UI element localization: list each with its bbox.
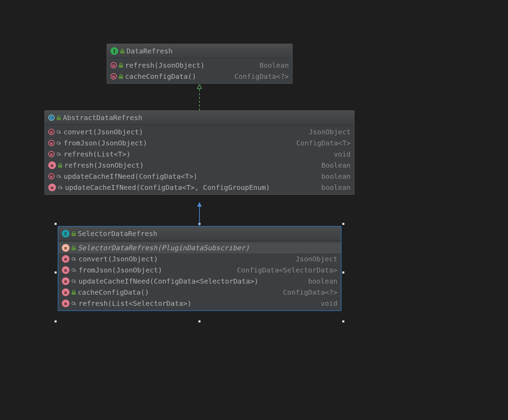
method-icon: m xyxy=(62,300,69,307)
lock-icon xyxy=(57,115,61,120)
resize-handle[interactable] xyxy=(342,223,344,225)
key-icon xyxy=(72,301,76,306)
member-row[interactable]: mrefresh(JsonObject)Boolean xyxy=(45,160,354,171)
member-row[interactable]: mfromJson(JsonObject)ConfigData<Selector… xyxy=(58,264,341,276)
member-row[interactable]: mfromJson(JsonObject)ConfigData<T> xyxy=(45,137,354,149)
key-icon xyxy=(72,257,76,261)
method-icon: m xyxy=(48,151,55,157)
class-box-interface[interactable]: I DataRefresh mrefresh(JsonObject)Boolea… xyxy=(107,44,293,84)
member-return-type: ConfigData<T> xyxy=(296,139,351,147)
lock-icon xyxy=(120,49,124,53)
member-return-type: ConfigData<?> xyxy=(234,72,289,81)
lock-icon xyxy=(72,290,76,295)
class-body: mrefresh(JsonObject)BooleanmcacheConfigD… xyxy=(107,58,292,83)
member-signature: refresh(JsonObject) xyxy=(125,61,251,69)
class-body: mSelectorDataRefresh(PluginDataSubscribe… xyxy=(58,241,341,310)
member-signature: updateCacheIfNeed(ConfigData<T>, ConfigG… xyxy=(65,183,312,192)
key-icon xyxy=(72,268,76,272)
resize-handle[interactable] xyxy=(55,320,57,322)
lock-icon xyxy=(72,245,76,250)
member-row[interactable]: mrefresh(List<SelectorData>)void xyxy=(58,298,341,309)
method-icon: m xyxy=(48,184,56,191)
member-row[interactable]: mSelectorDataRefresh(PluginDataSubscribe… xyxy=(58,242,341,253)
member-return-type: boolean xyxy=(321,183,351,192)
member-signature: cacheConfigData() xyxy=(78,288,274,296)
member-row[interactable]: mcacheConfigData()ConfigData<?> xyxy=(58,287,341,298)
member-row[interactable]: mrefresh(List<T>)void xyxy=(45,149,354,160)
member-signature: refresh(List<SelectorData>) xyxy=(79,299,312,308)
member-row[interactable]: mupdateCacheIfNeed(ConfigData<T>, Config… xyxy=(45,182,354,193)
lock-icon xyxy=(119,74,123,79)
resize-handle[interactable] xyxy=(55,223,57,225)
lock-icon xyxy=(72,231,76,236)
member-row[interactable]: mupdateCacheIfNeed(ConfigData<T>)boolean xyxy=(45,171,354,182)
class-box-abstract[interactable]: C AbstractDataRefresh mconvert(JsonObjec… xyxy=(44,110,354,195)
key-icon xyxy=(57,141,62,145)
member-signature: updateCacheIfNeed(ConfigData<SelectorDat… xyxy=(79,277,299,285)
implements-arrow xyxy=(196,84,203,110)
resize-handle[interactable] xyxy=(342,271,344,274)
method-icon: m xyxy=(48,173,55,179)
member-signature: convert(JsonObject) xyxy=(64,128,300,136)
member-row[interactable]: mupdateCacheIfNeed(ConfigData<SelectorDa… xyxy=(58,276,341,287)
member-row[interactable]: mcacheConfigData()ConfigData<?> xyxy=(107,71,292,82)
resize-handle[interactable] xyxy=(198,223,200,225)
method-icon: m xyxy=(48,161,56,169)
member-return-type: ConfigData<SelectorData> xyxy=(237,266,337,274)
member-signature: refresh(JsonObject) xyxy=(64,161,312,169)
key-icon xyxy=(57,174,62,179)
member-return-type: Boolean xyxy=(321,161,351,169)
member-signature: fromJson(JsonObject) xyxy=(79,266,228,274)
member-return-type: void xyxy=(334,150,351,158)
member-signature: SelectorDataRefresh(PluginDataSubscriber… xyxy=(78,244,337,252)
member-signature: refresh(List<T>) xyxy=(64,150,325,158)
key-icon xyxy=(72,279,76,284)
lock-icon xyxy=(119,63,123,68)
key-icon xyxy=(57,129,62,134)
member-row[interactable]: mconvert(JsonObject)JsonObject xyxy=(45,126,354,137)
member-return-type: boolean xyxy=(321,172,351,180)
method-icon: m xyxy=(62,255,69,263)
method-icon: m xyxy=(48,129,55,135)
method-icon: m xyxy=(48,140,55,146)
member-signature: convert(JsonObject) xyxy=(79,255,287,263)
abstract-class-icon: C xyxy=(48,115,55,121)
member-return-type: JsonObject xyxy=(309,128,351,136)
class-title: AbstractDataRefresh xyxy=(63,114,142,122)
class-box-concrete[interactable]: C SelectorDataRefresh mSelectorDataRefre… xyxy=(58,226,342,311)
resize-handle[interactable] xyxy=(55,271,57,274)
interface-icon: I xyxy=(110,47,118,55)
member-row[interactable]: mconvert(JsonObject)JsonObject xyxy=(58,253,341,264)
method-icon: m xyxy=(62,288,69,296)
key-icon xyxy=(57,152,62,157)
method-icon: m xyxy=(62,266,69,274)
class-header: I DataRefresh xyxy=(107,44,292,58)
method-icon: m xyxy=(110,62,117,68)
member-row[interactable]: mrefresh(JsonObject)Boolean xyxy=(107,60,292,71)
member-signature: fromJson(JsonObject) xyxy=(64,139,287,147)
member-return-type: void xyxy=(321,299,337,308)
svg-marker-3 xyxy=(197,202,202,207)
class-header: C AbstractDataRefresh xyxy=(45,111,354,125)
class-title: SelectorDataRefresh xyxy=(78,229,157,238)
class-header: C SelectorDataRefresh xyxy=(58,227,341,241)
class-body: mconvert(JsonObject)JsonObjectmfromJson(… xyxy=(45,125,354,194)
class-icon: C xyxy=(62,230,69,237)
member-return-type: JsonObject xyxy=(296,255,337,263)
resize-handle[interactable] xyxy=(198,320,200,322)
class-title: DataRefresh xyxy=(126,47,172,55)
member-return-type: Boolean xyxy=(260,61,289,69)
method-icon: m xyxy=(62,244,69,252)
member-signature: cacheConfigData() xyxy=(125,72,225,81)
lock-icon xyxy=(58,163,62,168)
member-return-type: boolean xyxy=(308,277,337,285)
method-icon: m xyxy=(62,277,69,285)
method-icon: m xyxy=(110,73,117,79)
key-icon xyxy=(58,185,63,190)
extends-arrow xyxy=(196,202,203,226)
member-signature: updateCacheIfNeed(ConfigData<T>) xyxy=(64,172,312,180)
member-return-type: ConfigData<?> xyxy=(283,288,337,296)
svg-marker-1 xyxy=(197,84,202,89)
resize-handle[interactable] xyxy=(342,320,344,322)
